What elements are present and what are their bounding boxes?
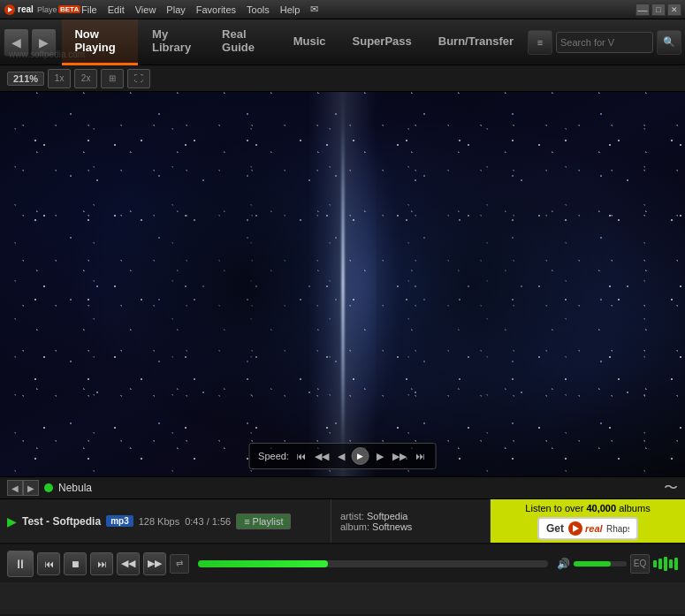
track-name: Test - Softpedia: [22, 515, 101, 528]
eq-bar-3: [664, 557, 667, 571]
now-playing-bar: ◀ ▶ Nebula 〜: [0, 476, 685, 499]
next-button[interactable]: ⏭: [90, 552, 113, 575]
playlist-icon: ≡: [244, 516, 249, 527]
tab-superpass[interactable]: SuperPass: [340, 19, 424, 65]
menu-help[interactable]: Help: [275, 0, 306, 19]
fastforward-button[interactable]: ▶▶: [143, 552, 166, 575]
album-line: album: Softnews: [340, 521, 481, 532]
artist-name: Softpedia: [367, 511, 407, 521]
prev-icon: ⏮: [44, 559, 54, 569]
playlist-label: Playlist: [253, 516, 284, 527]
eq-bar-5: [674, 558, 678, 570]
back-icon: ◀: [11, 35, 21, 49]
pause-button[interactable]: ⏸: [7, 551, 34, 577]
skip-fwd-2-button[interactable]: ⏭: [414, 451, 427, 461]
step-back-button[interactable]: ◀: [336, 451, 346, 462]
playing-indicator: [44, 483, 53, 492]
rhapsody-logo: real Rhapsody: [567, 521, 629, 536]
fastforward-icon: ▶▶: [148, 558, 162, 569]
svg-text:Player: Player: [37, 5, 57, 14]
search-icon: 🔍: [663, 36, 675, 48]
title-bar-left: real Player BETA File Edit View Play Fav…: [4, 0, 323, 19]
search-input[interactable]: [560, 37, 631, 48]
back-button[interactable]: ◀: [4, 28, 29, 57]
next-track-button[interactable]: ▶: [23, 480, 39, 496]
eq-button[interactable]: EQ: [630, 554, 650, 574]
eq-bar-1: [653, 560, 657, 567]
info-row: ▶ Test - Softpedia mp3 128 Kbps 0:43 / 1…: [0, 499, 685, 544]
real-player-logo: real Player: [4, 4, 57, 16]
search-box: [556, 32, 653, 53]
title-bar-controls: — □ ✕: [636, 4, 681, 16]
fullscreen-button[interactable]: ⛶: [127, 69, 150, 88]
tab-now-playing[interactable]: Now Playing: [62, 19, 138, 65]
eq-icon: EQ: [634, 559, 646, 568]
menu-edit[interactable]: Edit: [103, 0, 130, 19]
equalizer-wave-icon[interactable]: 〜: [664, 479, 678, 498]
progress-fill: [198, 560, 328, 567]
toolbar: ◀ ▶ Now Playing My Library Real Guide Mu…: [0, 19, 685, 65]
rewind-icon: ◀◀: [121, 558, 135, 569]
tab-my-library[interactable]: My Library: [140, 19, 208, 65]
forward-button[interactable]: ▶: [31, 28, 57, 57]
eq-bar-4: [669, 559, 673, 568]
close-button[interactable]: ✕: [667, 4, 681, 16]
speed-play-button[interactable]: ▶: [352, 447, 369, 465]
menu-favorites[interactable]: Favorites: [191, 0, 241, 19]
album-name: Softnews: [372, 521, 412, 532]
title-bar: real Player BETA File Edit View Play Fav…: [0, 0, 685, 19]
zoom-level: 211%: [7, 72, 44, 86]
prev-track-button[interactable]: ◀: [7, 480, 23, 496]
now-playing-title: Nebula: [58, 482, 664, 494]
forward-icon: ▶: [39, 35, 49, 49]
prev-button[interactable]: ⏮: [37, 552, 60, 575]
maximize-button[interactable]: □: [651, 4, 666, 16]
rewind-button[interactable]: ◀◀: [117, 552, 140, 575]
volume-bar[interactable]: [574, 561, 627, 567]
svg-text:Rhapsody: Rhapsody: [606, 524, 629, 534]
minimize-button[interactable]: —: [636, 4, 650, 16]
track-time: 0:43 / 1:56: [185, 516, 231, 527]
fit-window-icon: ⊞: [109, 73, 116, 83]
volume-icon: 🔊: [557, 558, 570, 570]
menu-tools[interactable]: Tools: [241, 0, 275, 19]
get-label: Get: [546, 522, 564, 535]
svg-text:real: real: [585, 523, 604, 534]
next-icon: ⏭: [97, 559, 107, 569]
eq-bar-2: [658, 559, 662, 569]
menu-email-icon[interactable]: ✉: [305, 0, 323, 19]
eq-slider-area: [653, 557, 678, 571]
bottom-section: ▶ Test - Softpedia mp3 128 Kbps 0:43 / 1…: [0, 499, 685, 614]
tab-real-guide[interactable]: Real Guide: [209, 19, 279, 65]
step-fwd-button[interactable]: ▶: [375, 451, 385, 462]
rhapsody-logo-svg: real Rhapsody: [567, 521, 629, 536]
shuffle-button[interactable]: ⇄: [170, 554, 189, 574]
menu-file[interactable]: File: [76, 0, 103, 19]
menu-play[interactable]: Play: [161, 0, 190, 19]
stop-icon: ⏹: [71, 559, 80, 569]
playlist-button[interactable]: ≡ Playlist: [236, 513, 291, 529]
get-rhapsody-button[interactable]: Get real Rhapsody: [537, 517, 638, 540]
transport-controls: ⏸ ⏮ ⏹ ⏭ ◀◀ ▶▶ ⇄ 🔊 EQ: [0, 544, 685, 582]
size-1x-button[interactable]: 1x: [48, 69, 71, 88]
menu-view[interactable]: View: [130, 0, 162, 19]
shuffle-icon: ⇄: [176, 559, 183, 568]
pause-icon: ⏸: [14, 557, 27, 571]
skip-back-2-button[interactable]: ⏮: [294, 451, 308, 461]
tab-burn-transfer[interactable]: Burn/Transfer: [426, 19, 526, 65]
view-select-button[interactable]: ≡: [528, 30, 552, 55]
tab-music[interactable]: Music: [281, 19, 339, 65]
format-badge: mp3: [106, 515, 133, 527]
search-button[interactable]: 🔍: [657, 30, 681, 55]
artist-line: artist: Softpedia: [340, 511, 481, 521]
play-indicator-icon: ▶: [7, 514, 17, 529]
speed-bar: Speed: ⏮ ◀◀ ◀ ▶ ▶ ▶▶ ⏭: [248, 443, 437, 469]
stop-button[interactable]: ⏹: [64, 552, 87, 575]
size-2x-button[interactable]: 2x: [74, 69, 97, 88]
skip-back-1-button[interactable]: ◀◀: [313, 451, 331, 462]
skip-fwd-1-button[interactable]: ▶▶: [391, 451, 408, 462]
fit-window-button[interactable]: ⊞: [101, 69, 124, 88]
track-bitrate: 128 Kbps: [139, 516, 179, 527]
video-area[interactable]: Speed: ⏮ ◀◀ ◀ ▶ ▶ ▶▶ ⏭: [0, 92, 685, 476]
progress-bar[interactable]: [198, 560, 548, 567]
